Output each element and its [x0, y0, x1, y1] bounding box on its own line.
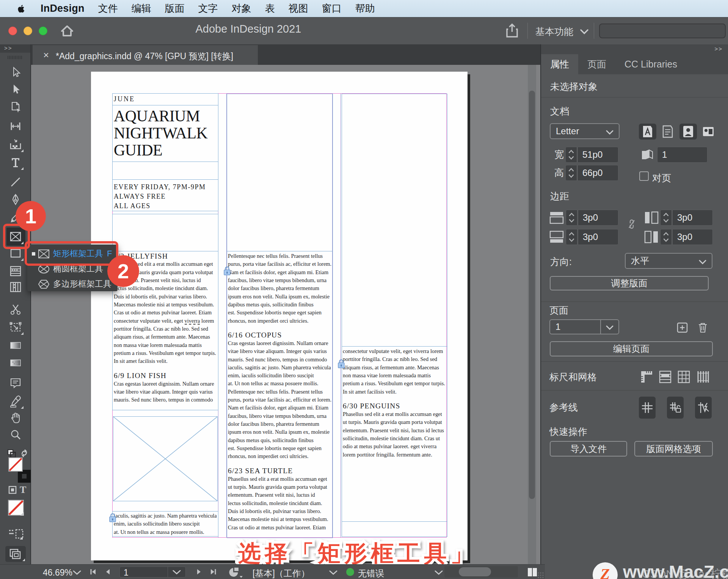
- page-size-select[interactable]: Letter: [550, 123, 620, 139]
- menubar-item[interactable]: 编辑: [132, 3, 151, 14]
- toolbar-grip[interactable]: [8, 56, 22, 59]
- last-page-icon[interactable]: [210, 568, 217, 575]
- menubar-item[interactable]: 对象: [232, 3, 251, 14]
- content-collector-tool[interactable]: [9, 138, 22, 151]
- panel-tab-CC Libraries[interactable]: CC Libraries: [615, 54, 686, 74]
- page-number-field[interactable]: 1: [119, 566, 186, 577]
- margin-top-stepper[interactable]: [566, 210, 577, 226]
- home-icon[interactable]: [60, 24, 74, 38]
- margin-right-field[interactable]: 3p0: [672, 229, 713, 245]
- ruler-icon[interactable]: [640, 370, 653, 383]
- apply-none-button[interactable]: [8, 499, 24, 516]
- menubar-item[interactable]: 文字: [198, 3, 218, 14]
- eyedropper-tool[interactable]: [9, 395, 22, 408]
- add-page-icon[interactable]: [677, 322, 688, 333]
- screen-mode-button[interactable]: [5, 546, 26, 562]
- toolbar-collapse-button[interactable]: >>: [0, 44, 30, 53]
- empty-frame[interactable]: [112, 214, 218, 251]
- gradient-feather-tool[interactable]: [9, 356, 22, 369]
- hand-tool[interactable]: [9, 411, 22, 424]
- document-canvas[interactable]: JUNE AQUARIUMNIGHTWALKGUIDE EVERY FRIDAY…: [31, 65, 540, 564]
- height-field[interactable]: 66p0: [577, 165, 618, 181]
- chevron-down-icon[interactable]: [73, 570, 81, 575]
- document-grid-icon[interactable]: [678, 370, 690, 383]
- vertical-grid-tool[interactable]: [9, 281, 22, 293]
- height-stepper[interactable]: [565, 165, 577, 181]
- margin-left-field[interactable]: 3p0: [672, 210, 713, 226]
- delete-page-icon[interactable]: [698, 322, 708, 333]
- menubar-item[interactable]: 视图: [289, 3, 308, 14]
- swap-fill-stroke-icon[interactable]: [20, 449, 29, 458]
- zoom-window-button[interactable]: [39, 27, 47, 35]
- panel-collapse-button[interactable]: >>: [714, 46, 723, 52]
- story-frame-col1-tail[interactable]: iaculis, sagittis ac justo. Nam pharetra…: [112, 511, 218, 537]
- close-window-button[interactable]: [8, 27, 17, 35]
- line-tool[interactable]: [9, 176, 22, 188]
- panel-tab-属性[interactable]: 属性: [541, 54, 578, 74]
- width-field[interactable]: 51p0: [577, 147, 618, 163]
- link-margins-icon[interactable]: [628, 219, 636, 229]
- show-guides-button[interactable]: [639, 397, 656, 419]
- close-tab-icon[interactable]: ×: [43, 49, 49, 61]
- kicker-frame[interactable]: JUNE: [112, 93, 218, 105]
- chevron-down-icon[interactable]: [435, 570, 443, 575]
- margin-right-stepper[interactable]: [660, 229, 672, 245]
- menubar-item[interactable]: 窗口: [322, 3, 342, 14]
- scissors-tool[interactable]: [9, 303, 22, 316]
- margin-bottom-stepper[interactable]: [566, 229, 577, 245]
- chevron-down-icon[interactable]: [329, 570, 337, 575]
- lock-guides-button[interactable]: [667, 397, 684, 419]
- adjust-layout-button[interactable]: 调整版面: [550, 276, 709, 290]
- spread-view-icon[interactable]: [527, 567, 538, 577]
- fill-swatch[interactable]: [8, 457, 23, 472]
- note-tool[interactable]: [9, 377, 22, 389]
- print-intent-button[interactable]: [639, 124, 656, 140]
- story-frame-col3[interactable]: [342, 94, 447, 537]
- menubar-item[interactable]: 表: [265, 3, 275, 14]
- empty-frame[interactable]: [112, 162, 218, 180]
- next-page-icon[interactable]: [196, 568, 202, 575]
- type-tool[interactable]: [9, 156, 22, 169]
- no-error-label[interactable]: 无错误: [358, 568, 384, 579]
- flyout-item[interactable]: 多边形框架工具: [27, 276, 118, 292]
- page[interactable]: JUNE AQUARIUMNIGHTWALKGUIDE EVERY FRIDAY…: [91, 72, 468, 560]
- menubar-item[interactable]: 文件: [98, 3, 118, 14]
- direction-select[interactable]: 水平: [625, 253, 712, 269]
- formatting-affects-container-icon[interactable]: [8, 486, 17, 494]
- apple-icon[interactable]: [17, 4, 25, 14]
- selection-tool[interactable]: [9, 66, 22, 79]
- page-select[interactable]: 1: [549, 319, 619, 334]
- vertical-scrollbar-thumb[interactable]: [529, 91, 535, 499]
- menubar-item[interactable]: 版面: [165, 3, 185, 14]
- layout-grid-options-button[interactable]: 版面网格选项: [634, 441, 713, 457]
- margin-bottom-field[interactable]: 3p0: [578, 229, 618, 245]
- view-options-icon[interactable]: [8, 528, 24, 540]
- edit-pages-button[interactable]: 编辑页面: [550, 341, 713, 356]
- web-intent-button[interactable]: [659, 124, 676, 140]
- menubar-item[interactable]: 帮助: [355, 3, 375, 14]
- info-frame[interactable]: EVERY FRIDAY, 7PM-9PMALWAYS FREEALL AGES: [112, 179, 218, 211]
- resize-grip[interactable]: [537, 565, 545, 579]
- direct-selection-tool[interactable]: [9, 83, 22, 96]
- pages-count-field[interactable]: 1: [657, 147, 708, 163]
- previous-page-icon[interactable]: [105, 568, 110, 575]
- first-page-icon[interactable]: [90, 568, 97, 575]
- title-frame[interactable]: AQUARIUMNIGHTWALKGUIDE: [112, 105, 218, 162]
- gap-tool[interactable]: [9, 120, 22, 133]
- free-transform-tool[interactable]: [9, 321, 22, 334]
- pen-tool[interactable]: [9, 193, 22, 206]
- formatting-affects-text-icon[interactable]: T: [20, 484, 28, 494]
- margin-top-field[interactable]: 3p0: [578, 210, 618, 226]
- default-fill-stroke-icon[interactable]: [8, 449, 16, 458]
- horizontal-scrollbar-thumb[interactable]: [459, 567, 491, 576]
- gradient-swatch-tool[interactable]: [9, 339, 22, 352]
- zoom-tool[interactable]: [9, 428, 22, 441]
- lock-icon[interactable]: [337, 359, 345, 369]
- layout-grid-icon[interactable]: [697, 370, 709, 383]
- menubar-app-name[interactable]: InDesign: [41, 3, 85, 14]
- lock-icon[interactable]: [223, 266, 231, 276]
- smart-guides-button[interactable]: [695, 397, 712, 419]
- preflight-preset[interactable]: [基本]（工作）: [253, 568, 310, 579]
- baseline-grid-icon[interactable]: [659, 370, 672, 383]
- document-tab[interactable]: × *Add_graphics.indd @ 47% [GPU 预览] [转换]: [33, 45, 258, 65]
